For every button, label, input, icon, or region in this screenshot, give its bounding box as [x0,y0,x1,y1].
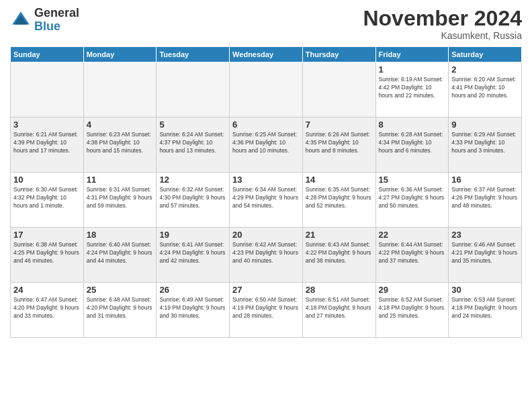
logo: General Blue [10,7,79,34]
day-info: Sunrise: 6:30 AM Sunset: 4:32 PM Dayligh… [13,186,81,210]
logo-icon [10,9,32,31]
week-row-1: 1Sunrise: 6:19 AM Sunset: 4:42 PM Daylig… [11,62,522,118]
day-info: Sunrise: 6:51 AM Sunset: 4:18 PM Dayligh… [306,296,373,320]
month-title: November 2024 [363,7,522,30]
day-number: 7 [306,120,373,130]
calendar-cell: 24Sunrise: 6:47 AM Sunset: 4:20 PM Dayli… [11,283,84,338]
calendar-cell: 9Sunrise: 6:29 AM Sunset: 4:33 PM Daylig… [449,118,522,173]
day-info: Sunrise: 6:42 AM Sunset: 4:23 PM Dayligh… [232,241,300,265]
calendar-cell: 25Sunrise: 6:48 AM Sunset: 4:20 PM Dayli… [83,283,157,338]
calendar-cell: 8Sunrise: 6:28 AM Sunset: 4:34 PM Daylig… [375,118,449,173]
calendar-cell [157,62,230,118]
title-block: November 2024 Kasumkent, Russia [363,7,522,41]
day-number: 24 [13,285,81,295]
week-row-4: 17Sunrise: 6:38 AM Sunset: 4:25 PM Dayli… [11,228,522,283]
day-info: Sunrise: 6:41 AM Sunset: 4:24 PM Dayligh… [159,241,226,265]
calendar-cell: 18Sunrise: 6:40 AM Sunset: 4:24 PM Dayli… [83,228,157,283]
day-info: Sunrise: 6:28 AM Sunset: 4:34 PM Dayligh… [379,131,446,155]
calendar-cell: 20Sunrise: 6:42 AM Sunset: 4:23 PM Dayli… [230,228,303,283]
day-number: 1 [379,64,446,75]
page-container: General Blue November 2024 Kasumkent, Ru… [0,0,532,345]
calendar-cell: 12Sunrise: 6:32 AM Sunset: 4:30 PM Dayli… [157,173,230,228]
calendar-cell [230,62,303,118]
day-info: Sunrise: 6:40 AM Sunset: 4:24 PM Dayligh… [87,241,154,265]
day-number: 10 [13,175,81,185]
week-row-3: 10Sunrise: 6:30 AM Sunset: 4:32 PM Dayli… [11,173,522,228]
calendar-cell: 10Sunrise: 6:30 AM Sunset: 4:32 PM Dayli… [11,173,84,228]
day-number: 11 [87,175,154,185]
day-info: Sunrise: 6:31 AM Sunset: 4:31 PM Dayligh… [87,186,154,210]
day-number: 18 [87,230,154,240]
day-info: Sunrise: 6:50 AM Sunset: 4:19 PM Dayligh… [232,296,300,320]
day-info: Sunrise: 6:32 AM Sunset: 4:30 PM Dayligh… [159,186,226,210]
col-monday: Monday [83,47,157,62]
week-row-5: 24Sunrise: 6:47 AM Sunset: 4:20 PM Dayli… [11,283,522,338]
calendar-cell: 26Sunrise: 6:49 AM Sunset: 4:19 PM Dayli… [157,283,230,338]
day-info: Sunrise: 6:25 AM Sunset: 4:36 PM Dayligh… [232,131,300,155]
day-info: Sunrise: 6:37 AM Sunset: 4:26 PM Dayligh… [451,186,519,210]
calendar-cell: 3Sunrise: 6:21 AM Sunset: 4:39 PM Daylig… [11,118,84,173]
calendar-cell: 30Sunrise: 6:53 AM Sunset: 4:18 PM Dayli… [449,283,522,338]
calendar-cell: 19Sunrise: 6:41 AM Sunset: 4:24 PM Dayli… [157,228,230,283]
calendar-cell [83,62,157,118]
calendar-cell: 28Sunrise: 6:51 AM Sunset: 4:18 PM Dayli… [302,283,375,338]
col-thursday: Thursday [302,47,375,62]
day-number: 30 [451,285,519,295]
calendar-cell: 4Sunrise: 6:23 AM Sunset: 4:38 PM Daylig… [83,118,157,173]
calendar-cell: 17Sunrise: 6:38 AM Sunset: 4:25 PM Dayli… [11,228,84,283]
calendar-cell: 14Sunrise: 6:35 AM Sunset: 4:28 PM Dayli… [302,173,375,228]
day-number: 9 [451,120,519,130]
day-info: Sunrise: 6:24 AM Sunset: 4:37 PM Dayligh… [159,131,226,155]
day-number: 26 [159,285,226,295]
day-info: Sunrise: 6:36 AM Sunset: 4:27 PM Dayligh… [379,186,446,210]
day-info: Sunrise: 6:34 AM Sunset: 4:29 PM Dayligh… [232,186,300,210]
header: General Blue November 2024 Kasumkent, Ru… [10,7,522,41]
calendar-cell: 1Sunrise: 6:19 AM Sunset: 4:42 PM Daylig… [375,62,449,118]
day-info: Sunrise: 6:19 AM Sunset: 4:42 PM Dayligh… [379,76,446,100]
day-info: Sunrise: 6:48 AM Sunset: 4:20 PM Dayligh… [87,296,154,320]
day-number: 3 [13,120,81,130]
day-number: 4 [87,120,154,130]
day-number: 6 [232,120,300,130]
day-info: Sunrise: 6:21 AM Sunset: 4:39 PM Dayligh… [13,131,81,155]
calendar-cell [11,62,84,118]
day-number: 5 [159,120,226,130]
day-number: 13 [232,175,300,185]
logo-text: General Blue [34,7,79,34]
calendar-cell: 15Sunrise: 6:36 AM Sunset: 4:27 PM Dayli… [375,173,449,228]
calendar-cell: 29Sunrise: 6:52 AM Sunset: 4:18 PM Dayli… [375,283,449,338]
day-number: 20 [232,230,300,240]
day-info: Sunrise: 6:20 AM Sunset: 4:41 PM Dayligh… [451,76,519,100]
calendar-cell: 23Sunrise: 6:46 AM Sunset: 4:21 PM Dayli… [449,228,522,283]
calendar-cell: 16Sunrise: 6:37 AM Sunset: 4:26 PM Dayli… [449,173,522,228]
day-info: Sunrise: 6:44 AM Sunset: 4:22 PM Dayligh… [379,241,446,265]
calendar-cell [302,62,375,118]
day-number: 29 [379,285,446,295]
day-number: 28 [306,285,373,295]
col-friday: Friday [375,47,449,62]
day-number: 22 [379,230,446,240]
calendar-cell: 22Sunrise: 6:44 AM Sunset: 4:22 PM Dayli… [375,228,449,283]
day-info: Sunrise: 6:46 AM Sunset: 4:21 PM Dayligh… [451,241,519,265]
calendar-cell: 13Sunrise: 6:34 AM Sunset: 4:29 PM Dayli… [230,173,303,228]
day-number: 21 [306,230,373,240]
calendar-cell: 27Sunrise: 6:50 AM Sunset: 4:19 PM Dayli… [230,283,303,338]
day-info: Sunrise: 6:52 AM Sunset: 4:18 PM Dayligh… [379,296,446,320]
day-info: Sunrise: 6:29 AM Sunset: 4:33 PM Dayligh… [451,131,519,155]
col-saturday: Saturday [449,47,522,62]
day-number: 23 [451,230,519,240]
day-info: Sunrise: 6:23 AM Sunset: 4:38 PM Dayligh… [87,131,154,155]
calendar-cell: 21Sunrise: 6:43 AM Sunset: 4:22 PM Dayli… [302,228,375,283]
logo-blue: Blue [34,19,60,33]
logo-general: General [34,6,79,19]
day-number: 8 [379,120,446,130]
day-number: 12 [159,175,226,185]
day-info: Sunrise: 6:53 AM Sunset: 4:18 PM Dayligh… [451,296,519,320]
calendar-cell: 6Sunrise: 6:25 AM Sunset: 4:36 PM Daylig… [230,118,303,173]
day-number: 14 [306,175,373,185]
day-number: 19 [159,230,226,240]
day-info: Sunrise: 6:43 AM Sunset: 4:22 PM Dayligh… [306,241,373,265]
day-number: 25 [87,285,154,295]
day-number: 17 [13,230,81,240]
calendar-cell: 11Sunrise: 6:31 AM Sunset: 4:31 PM Dayli… [83,173,157,228]
